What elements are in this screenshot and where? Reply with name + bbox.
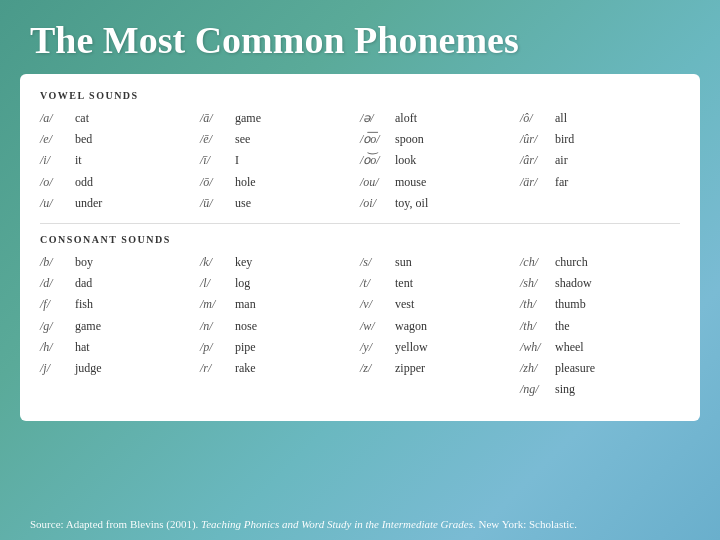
vowel-grid: /a/cat /e/bed /i/it /o/odd /u/under /ā/g… bbox=[40, 109, 680, 213]
source-prefix: Source: Adapted from Blevins (2001). bbox=[30, 518, 201, 530]
phoneme-word: yellow bbox=[395, 338, 428, 357]
phoneme-row: /w/wagon bbox=[360, 317, 520, 336]
phoneme-symbol: /ā/ bbox=[200, 109, 230, 128]
phoneme-word: sing bbox=[555, 380, 575, 399]
phoneme-word: tent bbox=[395, 274, 413, 293]
vowel-col-4: /ô/all /ûr/bird /âr/air /är/far bbox=[520, 109, 680, 213]
phoneme-symbol: /wh/ bbox=[520, 338, 550, 357]
phoneme-symbol: /ū/ bbox=[200, 194, 230, 213]
phoneme-row: /wh/wheel bbox=[520, 338, 680, 357]
phoneme-symbol: /ē/ bbox=[200, 130, 230, 149]
phoneme-symbol: /ch/ bbox=[520, 253, 550, 272]
phoneme-symbol: /r/ bbox=[200, 359, 230, 378]
phoneme-word: all bbox=[555, 109, 567, 128]
phoneme-symbol: /v/ bbox=[360, 295, 390, 314]
vowel-section-header: VOWEL SOUNDS bbox=[40, 90, 680, 101]
phoneme-row: /sh/shadow bbox=[520, 274, 680, 293]
phoneme-symbol: /g/ bbox=[40, 317, 70, 336]
phoneme-row: /z/zipper bbox=[360, 359, 520, 378]
phoneme-row: /v/vest bbox=[360, 295, 520, 314]
phoneme-row: /ē/see bbox=[200, 130, 360, 149]
phoneme-word: log bbox=[235, 274, 250, 293]
phoneme-symbol: /o/ bbox=[40, 173, 70, 192]
phoneme-row: /g/game bbox=[40, 317, 200, 336]
phoneme-symbol: /s/ bbox=[360, 253, 390, 272]
consonant-section-header: CONSONANT SOUNDS bbox=[40, 234, 680, 245]
phoneme-symbol: /l/ bbox=[200, 274, 230, 293]
phoneme-row: /y/yellow bbox=[360, 338, 520, 357]
phoneme-word: church bbox=[555, 253, 588, 272]
phoneme-row: /a/cat bbox=[40, 109, 200, 128]
phoneme-row: /ō/hole bbox=[200, 173, 360, 192]
phoneme-word: spoon bbox=[395, 130, 424, 149]
phoneme-row: /âr/air bbox=[520, 151, 680, 170]
phoneme-word: pleasure bbox=[555, 359, 595, 378]
phoneme-symbol: /t/ bbox=[360, 274, 390, 293]
source-citation: Source: Adapted from Blevins (2001). Tea… bbox=[30, 518, 577, 530]
phoneme-word: dad bbox=[75, 274, 92, 293]
phoneme-symbol: /ô/ bbox=[520, 109, 550, 128]
consonant-col-4: /ch/church /sh/shadow /th/thumb /th/the … bbox=[520, 253, 680, 399]
phoneme-word: hat bbox=[75, 338, 90, 357]
phoneme-symbol: /i/ bbox=[40, 151, 70, 170]
section-divider bbox=[40, 223, 680, 224]
phoneme-row: /k/key bbox=[200, 253, 360, 272]
phoneme-row: /ch/church bbox=[520, 253, 680, 272]
phoneme-row: /u/under bbox=[40, 194, 200, 213]
phoneme-row: /o/odd bbox=[40, 173, 200, 192]
phoneme-word: shadow bbox=[555, 274, 592, 293]
consonant-grid: /b/boy /d/dad /f/fish /g/game /h/hat /j/… bbox=[40, 253, 680, 399]
phoneme-word: mouse bbox=[395, 173, 426, 192]
phoneme-symbol: /ûr/ bbox=[520, 130, 550, 149]
phoneme-word: cat bbox=[75, 109, 89, 128]
phoneme-word: game bbox=[75, 317, 101, 336]
phoneme-row: /th/the bbox=[520, 317, 680, 336]
phoneme-symbol: /a/ bbox=[40, 109, 70, 128]
phoneme-symbol: /u/ bbox=[40, 194, 70, 213]
phoneme-row: /ī/I bbox=[200, 151, 360, 170]
phoneme-symbol: /e/ bbox=[40, 130, 70, 149]
phoneme-word: bird bbox=[555, 130, 574, 149]
phoneme-word: aloft bbox=[395, 109, 417, 128]
phoneme-row: /i/it bbox=[40, 151, 200, 170]
phoneme-row: /o͝o/look bbox=[360, 151, 520, 170]
phoneme-row: /h/hat bbox=[40, 338, 200, 357]
phoneme-symbol: /d/ bbox=[40, 274, 70, 293]
phoneme-word: wagon bbox=[395, 317, 427, 336]
phoneme-word: look bbox=[395, 151, 416, 170]
phoneme-symbol: /sh/ bbox=[520, 274, 550, 293]
phoneme-symbol: /k/ bbox=[200, 253, 230, 272]
phoneme-symbol: /z/ bbox=[360, 359, 390, 378]
phoneme-row: /är/far bbox=[520, 173, 680, 192]
phoneme-word: judge bbox=[75, 359, 102, 378]
source-suffix: New York: Scholastic. bbox=[476, 518, 577, 530]
phoneme-row: /o͞o/spoon bbox=[360, 130, 520, 149]
phoneme-word: thumb bbox=[555, 295, 586, 314]
consonant-section: CONSONANT SOUNDS /b/boy /d/dad /f/fish /… bbox=[40, 234, 680, 399]
phoneme-word: bed bbox=[75, 130, 92, 149]
phoneme-row: /ā/game bbox=[200, 109, 360, 128]
phoneme-row: /ū/use bbox=[200, 194, 360, 213]
phoneme-word: game bbox=[235, 109, 261, 128]
phoneme-word: see bbox=[235, 130, 250, 149]
consonant-col-1: /b/boy /d/dad /f/fish /g/game /h/hat /j/… bbox=[40, 253, 200, 399]
phoneme-word: nose bbox=[235, 317, 257, 336]
phoneme-word: pipe bbox=[235, 338, 256, 357]
phoneme-symbol: /är/ bbox=[520, 173, 550, 192]
phoneme-row: /s/sun bbox=[360, 253, 520, 272]
phoneme-word: fish bbox=[75, 295, 93, 314]
vowel-col-3: /ə/aloft /o͞o/spoon /o͝o/look /ou/mouse … bbox=[360, 109, 520, 213]
vowel-col-2: /ā/game /ē/see /ī/I /ō/hole /ū/use bbox=[200, 109, 360, 213]
phoneme-symbol: /y/ bbox=[360, 338, 390, 357]
phoneme-symbol: /ng/ bbox=[520, 380, 550, 399]
phoneme-symbol: /th/ bbox=[520, 317, 550, 336]
phoneme-row: /ûr/bird bbox=[520, 130, 680, 149]
phoneme-word: hole bbox=[235, 173, 256, 192]
phoneme-word: far bbox=[555, 173, 568, 192]
phoneme-symbol: /h/ bbox=[40, 338, 70, 357]
phoneme-symbol: /ī/ bbox=[200, 151, 230, 170]
phoneme-symbol: /w/ bbox=[360, 317, 390, 336]
phoneme-symbol: /m/ bbox=[200, 295, 230, 314]
phoneme-row: /t/tent bbox=[360, 274, 520, 293]
phoneme-symbol: /j/ bbox=[40, 359, 70, 378]
